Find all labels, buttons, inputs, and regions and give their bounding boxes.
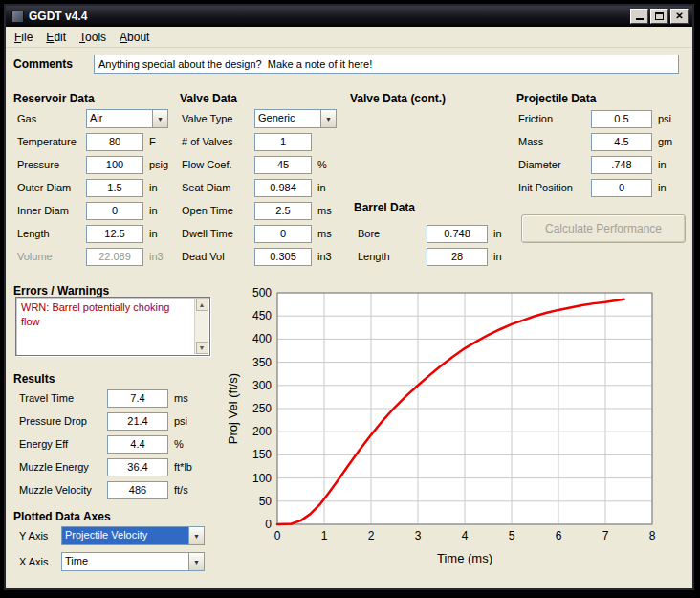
svg-text:400: 400 bbox=[252, 332, 272, 345]
app-icon[interactable] bbox=[11, 11, 24, 23]
svg-text:2: 2 bbox=[368, 529, 375, 543]
chevron-down-icon[interactable]: ▼ bbox=[152, 110, 167, 127]
y-axis-label: Y Axis bbox=[19, 530, 61, 542]
gas-row: Gas Air ▼ bbox=[17, 109, 168, 128]
calculate-performance-button[interactable]: Calculate Performance bbox=[521, 214, 686, 243]
friction-input[interactable] bbox=[591, 110, 652, 128]
svg-text:1: 1 bbox=[321, 529, 328, 543]
comments-input[interactable] bbox=[94, 55, 679, 74]
x-axis-row: X Axis Time ▼ bbox=[19, 552, 205, 571]
open-time-label: Open Time bbox=[182, 205, 254, 216]
barrel-length-input[interactable] bbox=[427, 248, 488, 266]
results-section-title: Results bbox=[13, 372, 55, 386]
pressure-drop-unit: psi bbox=[174, 415, 187, 427]
dead-vol-row: Dead Vol in3 bbox=[182, 247, 332, 266]
gas-select[interactable]: Air ▼ bbox=[86, 109, 168, 128]
muzzle-velocity-row: Muzzle Velocity ft/s bbox=[19, 480, 188, 499]
chevron-down-icon[interactable]: ▼ bbox=[188, 553, 204, 570]
dead-vol-input[interactable] bbox=[254, 248, 312, 266]
chevron-down-icon[interactable]: ▼ bbox=[320, 110, 336, 127]
pressure-input[interactable] bbox=[86, 156, 143, 174]
svg-text:5: 5 bbox=[509, 529, 515, 543]
inner-diam-unit: in bbox=[149, 205, 158, 216]
mass-input[interactable] bbox=[591, 133, 652, 151]
velocity-chart: 012345678050100150200250300350400450500T… bbox=[224, 287, 679, 584]
dead-vol-unit: in3 bbox=[317, 251, 332, 262]
svg-text:350: 350 bbox=[252, 356, 272, 369]
energy-eff-label: Energy Eff bbox=[19, 438, 107, 450]
dwell-time-input[interactable] bbox=[254, 225, 312, 243]
x-axis-label: X Axis bbox=[19, 556, 61, 567]
bore-input[interactable] bbox=[427, 225, 488, 243]
x-axis-value: Time bbox=[62, 553, 188, 570]
svg-text:500: 500 bbox=[252, 287, 272, 299]
flow-coef-input[interactable] bbox=[254, 156, 312, 174]
outer-diam-input[interactable] bbox=[86, 179, 143, 197]
seat-diam-unit: in bbox=[317, 182, 326, 193]
temperature-label: Temperature bbox=[17, 136, 86, 147]
svg-text:0: 0 bbox=[274, 529, 281, 543]
valve-type-label: Valve Type bbox=[182, 113, 254, 124]
errors-box: WRN: Barrel potentially choking flow ▲ ▼ bbox=[15, 297, 210, 356]
gas-label: Gas bbox=[17, 113, 86, 124]
valve-section-title: Valve Data bbox=[180, 92, 237, 105]
plotted-axes-section-title: Plotted Data Axes bbox=[13, 510, 111, 523]
warning-message: WRN: Barrel potentially choking flow bbox=[21, 301, 169, 327]
menu-bar: File Edit Tools About bbox=[6, 27, 692, 48]
temperature-input[interactable] bbox=[86, 133, 143, 151]
barrel-length-row: Length in bbox=[358, 247, 502, 266]
bore-row: Bore in bbox=[358, 224, 502, 243]
svg-text:3: 3 bbox=[415, 529, 422, 543]
x-axis-select[interactable]: Time ▼ bbox=[61, 552, 205, 571]
num-valves-label: # of Valves bbox=[182, 136, 254, 147]
valve-cont-section-title: Valve Data (cont.) bbox=[350, 92, 446, 105]
svg-text:250: 250 bbox=[252, 402, 272, 415]
svg-text:Proj Vel (ft/s): Proj Vel (ft/s) bbox=[226, 373, 240, 444]
scroll-down-icon[interactable]: ▼ bbox=[196, 342, 208, 354]
reservoir-length-label: Length bbox=[17, 228, 86, 239]
travel-time-label: Travel Time bbox=[19, 392, 107, 404]
svg-text:100: 100 bbox=[252, 472, 272, 485]
volume-label: Volume bbox=[17, 251, 86, 262]
dead-vol-label: Dead Vol bbox=[182, 251, 254, 262]
pressure-row: Pressure psig bbox=[17, 155, 168, 174]
num-valves-input[interactable] bbox=[254, 133, 312, 151]
scroll-up-icon[interactable]: ▲ bbox=[196, 299, 208, 311]
svg-text:450: 450 bbox=[252, 309, 272, 322]
bore-label: Bore bbox=[358, 228, 427, 239]
gas-value: Air bbox=[87, 110, 152, 127]
maximize-button[interactable] bbox=[650, 9, 668, 24]
svg-text:200: 200 bbox=[252, 425, 272, 438]
y-axis-row: Y Axis Projectile Velocity ▼ bbox=[19, 526, 205, 545]
svg-text:0: 0 bbox=[265, 518, 272, 531]
energy-eff-unit: % bbox=[174, 438, 184, 450]
mass-unit: gm bbox=[658, 136, 672, 147]
valve-type-select[interactable]: Generic ▼ bbox=[254, 109, 337, 128]
seat-diam-input[interactable] bbox=[254, 179, 312, 197]
diameter-input[interactable] bbox=[591, 156, 652, 174]
chevron-down-icon[interactable]: ▼ bbox=[188, 527, 204, 544]
reservoir-length-unit: in bbox=[149, 228, 158, 239]
maximize-icon bbox=[655, 12, 664, 20]
init-position-input[interactable] bbox=[591, 179, 652, 197]
inner-diam-input[interactable] bbox=[86, 202, 143, 220]
menu-about[interactable]: About bbox=[113, 29, 156, 46]
volume-input bbox=[86, 248, 143, 266]
menu-edit[interactable]: Edit bbox=[39, 29, 73, 46]
open-time-input[interactable] bbox=[254, 202, 312, 220]
window-title: GGDT v4.4 bbox=[29, 10, 628, 23]
errors-scrollbar[interactable]: ▲ ▼ bbox=[194, 299, 208, 354]
menu-tools[interactable]: Tools bbox=[73, 29, 113, 46]
close-button[interactable]: ✕ bbox=[670, 9, 689, 24]
y-axis-select[interactable]: Projectile Velocity ▼ bbox=[61, 526, 205, 545]
reservoir-length-input[interactable] bbox=[86, 225, 143, 243]
temperature-unit: F bbox=[149, 136, 156, 147]
reservoir-section-title: Reservoir Data bbox=[13, 92, 95, 105]
minimize-button[interactable] bbox=[630, 9, 648, 24]
volume-row: Volume in3 bbox=[17, 247, 164, 266]
barrel-length-unit: in bbox=[493, 251, 502, 262]
svg-text:7: 7 bbox=[602, 529, 609, 543]
outer-diam-row: Outer Diam in bbox=[17, 178, 158, 197]
menu-file[interactable]: File bbox=[8, 29, 39, 46]
svg-text:50: 50 bbox=[259, 495, 273, 508]
